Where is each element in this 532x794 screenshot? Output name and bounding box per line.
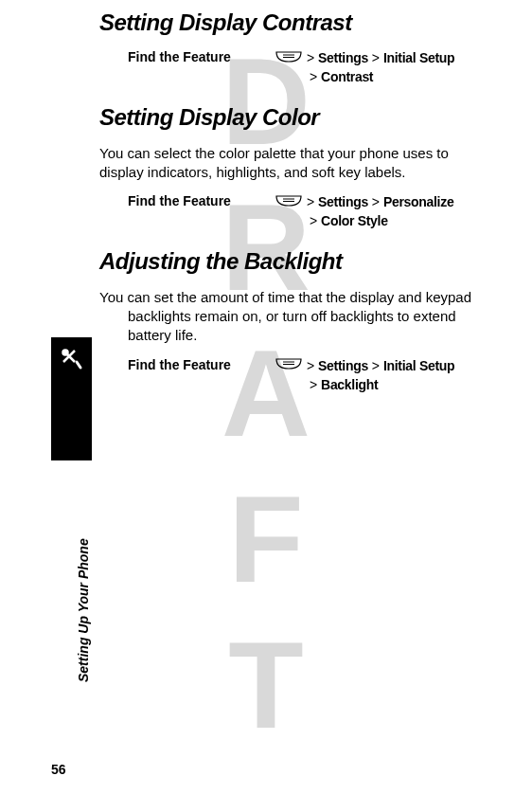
menu-key-icon [275, 50, 303, 69]
page-number: 56 [51, 762, 66, 777]
heading-color: Setting Display Color [99, 104, 485, 131]
main-content: Setting Display Contrast Find the Featur… [0, 0, 532, 419]
find-feature-color: Find the Feature > Settings > Personaliz… [99, 193, 485, 231]
body-backlight: You can set the amount of time that the … [99, 288, 485, 346]
nav-path: > Settings > Personalize > Color Style [275, 193, 453, 231]
find-feature-backlight: Find the Feature > Settings > Initial Se… [99, 357, 485, 395]
menu-key-icon [275, 357, 303, 376]
body-color: You can select the color palette that yo… [99, 144, 485, 183]
menu-key-icon [275, 194, 303, 213]
nav-path: > Settings > Initial Setup > Backlight [275, 357, 454, 395]
find-label: Find the Feature [128, 357, 275, 395]
heading-backlight: Adjusting the Backlight [99, 248, 485, 275]
heading-contrast: Setting Display Contrast [99, 9, 485, 36]
find-label: Find the Feature [128, 49, 275, 87]
nav-path: > Settings > Initial Setup > Contrast [275, 49, 454, 87]
find-feature-contrast: Find the Feature > Settings > Initial Se… [99, 49, 485, 87]
find-label: Find the Feature [128, 193, 275, 231]
section-label: Setting Up Your Phone [76, 538, 91, 682]
